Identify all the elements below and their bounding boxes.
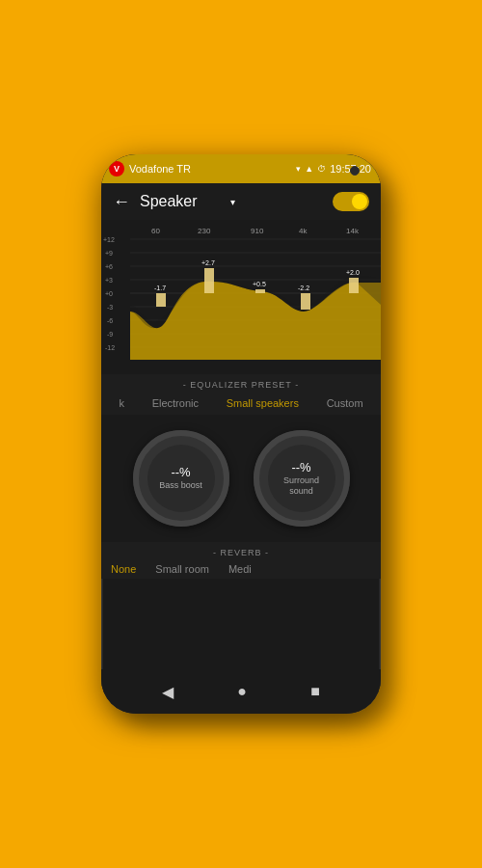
status-right: ▾ ▲ ⏱ 19:57:20 — [296, 163, 371, 175]
surround-sound-value: --% — [291, 461, 310, 474]
knobs-section: --% Bass boost --% Surround sound — [101, 415, 381, 542]
speaker-toggle[interactable] — [333, 192, 369, 211]
home-nav-button[interactable]: ● — [237, 683, 247, 700]
svg-rect-23 — [156, 293, 166, 307]
svg-text:-6: -6 — [107, 317, 113, 324]
preset-options: k Electronic Small speakers Custom — [101, 395, 381, 411]
bass-boost-container: --% Bass boost — [133, 430, 229, 527]
svg-text:4k: 4k — [299, 227, 308, 235]
svg-text:910: 910 — [251, 227, 264, 235]
page-title: Speaker — [140, 193, 219, 210]
reverb-section: - REVERB - None Small room Medi — [101, 542, 381, 579]
back-button[interactable]: ← — [113, 192, 130, 212]
svg-text:-9: -9 — [107, 331, 113, 338]
eq-svg: +12 +9 +6 +3 +0 -3 -6 -9 -12 60 230 910 … — [101, 220, 381, 374]
bass-boost-label: Bass boost — [159, 480, 202, 491]
preset-item-k[interactable]: k — [113, 395, 130, 411]
wifi-icon: ▾ — [296, 164, 301, 174]
svg-text:-1.7: -1.7 — [154, 285, 166, 291]
svg-text:+2.7: +2.7 — [201, 259, 215, 266]
dropdown-icon[interactable]: ▾ — [230, 197, 235, 207]
svg-text:-2.2: -2.2 — [298, 285, 309, 291]
knob-inner-bass: --% Bass boost — [147, 445, 215, 512]
nav-bar: ◀ ● ■ — [101, 669, 381, 714]
svg-text:+2.0: +2.0 — [346, 269, 360, 276]
status-bar: V Vodafone TR ▾ ▲ ⏱ 19:57:20 — [101, 154, 381, 183]
top-bar: ← Speaker ▾ — [101, 183, 381, 220]
svg-text:+3: +3 — [105, 277, 113, 284]
preset-item-electronic[interactable]: Electronic — [147, 395, 204, 411]
preset-label: - EQUALIZER PRESET - — [101, 380, 381, 390]
svg-text:+0.5: +0.5 — [253, 281, 266, 287]
reverb-small-room[interactable]: Small room — [155, 563, 209, 575]
screen-content: V Vodafone TR ▾ ▲ ⏱ 19:57:20 ← Speaker ▾ — [101, 154, 381, 714]
surround-sound-knob[interactable]: --% Surround sound — [254, 430, 350, 527]
svg-rect-25 — [204, 268, 214, 293]
reverb-options: None Small room Medi — [101, 563, 381, 575]
reverb-label: - REVERB - — [101, 548, 381, 557]
svg-text:-3: -3 — [107, 304, 113, 311]
phone-frame: V Vodafone TR ▾ ▲ ⏱ 19:57:20 ← Speaker ▾ — [101, 154, 381, 714]
knob-inner-surround: --% Surround sound — [268, 445, 335, 512]
svg-text:+12: +12 — [103, 236, 115, 243]
svg-text:+0: +0 — [105, 290, 113, 297]
surround-sound-container: --% Surround sound — [254, 430, 350, 527]
svg-text:230: 230 — [198, 227, 211, 235]
svg-text:+6: +6 — [105, 263, 113, 270]
signal-icon: ▲ — [305, 164, 313, 174]
recent-nav-button[interactable]: ■ — [310, 683, 320, 700]
reverb-medi[interactable]: Medi — [228, 563, 252, 575]
svg-rect-31 — [349, 278, 359, 293]
toggle-knob — [352, 194, 367, 209]
svg-text:+9: +9 — [105, 250, 113, 257]
preset-section: - EQUALIZER PRESET - k Electronic Small … — [101, 374, 381, 415]
bass-boost-value: --% — [171, 466, 190, 478]
svg-rect-27 — [255, 289, 265, 293]
clock-icon: ⏱ — [317, 164, 326, 174]
surround-sound-label: Surround sound — [283, 475, 319, 497]
svg-rect-29 — [301, 293, 310, 310]
camera — [350, 166, 360, 176]
status-left: V Vodafone TR — [109, 161, 191, 176]
svg-text:14k: 14k — [346, 227, 360, 235]
svg-text:60: 60 — [151, 227, 160, 235]
bass-boost-knob[interactable]: --% Bass boost — [133, 430, 229, 527]
eq-chart: +12 +9 +6 +3 +0 -3 -6 -9 -12 60 230 910 … — [101, 220, 381, 374]
svg-text:-12: -12 — [105, 344, 115, 351]
reverb-none[interactable]: None — [111, 563, 136, 575]
vodafone-logo: V — [109, 161, 124, 176]
preset-item-custom[interactable]: Custom — [321, 395, 369, 411]
preset-item-small-speakers[interactable]: Small speakers — [221, 395, 305, 411]
back-nav-button[interactable]: ◀ — [162, 683, 174, 701]
carrier-name: Vodafone TR — [129, 163, 191, 175]
